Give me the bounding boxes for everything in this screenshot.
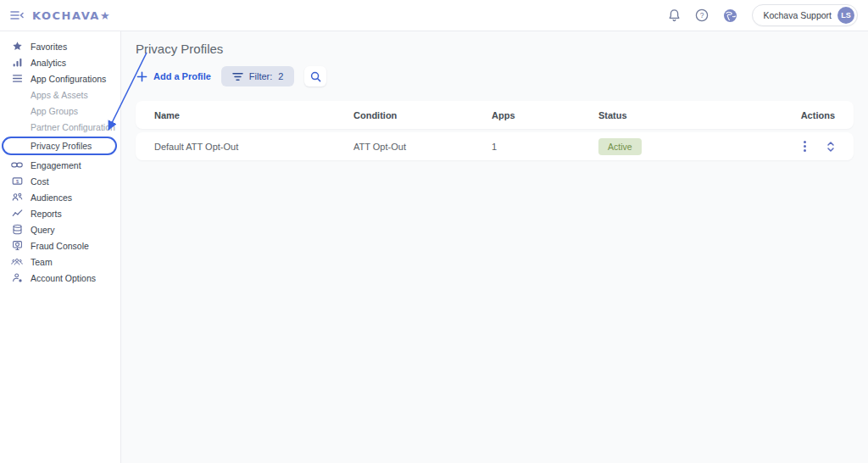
sidebar-item-app-groups[interactable]: App Groups [0,103,120,119]
sidebar-item-team[interactable]: Team [0,254,120,270]
sidebar-item-privacy-profiles[interactable]: Privacy Profiles [2,137,117,155]
add-profile-button[interactable]: Add a Profile [136,71,211,82]
search-icon [310,71,321,82]
header-actions: Actions [758,110,835,120]
header-condition: Condition [353,110,492,120]
cell-status: Active [598,138,758,155]
add-profile-label: Add a Profile [153,71,211,81]
row-expand-chevrons-icon[interactable] [826,141,835,153]
support-account-button[interactable]: Kochava Support LS [752,4,858,26]
main-content: Privacy Profiles Add a Profile Filter: 2… [121,31,868,463]
sidebar-item-label: Team [31,257,53,267]
page-title: Privacy Profiles [136,42,868,56]
table-row[interactable]: Default ATT Opt-Out ATT Opt-Out 1 Active [136,132,854,160]
sidebar-item-label: Analytics [31,58,66,68]
sidebar-item-app-configurations[interactable]: App Configurations [0,70,120,86]
sidebar-item-label: Engagement [31,160,81,170]
database-icon [11,224,23,235]
filter-button[interactable]: Filter: 2 [221,66,295,86]
sidebar-item-query[interactable]: Query [0,221,120,237]
kochava-logo[interactable]: KOCHAVA★ [32,9,111,22]
person-gear-icon [11,272,23,283]
topbar-left: KOCHAVA★ [10,9,111,22]
sidebar-item-cost[interactable]: $ Cost [0,173,120,189]
notifications-bell-icon[interactable] [668,8,681,22]
svg-text:$: $ [15,179,19,184]
sidebar-item-label: Audiences [31,192,72,203]
sidebar-item-engagement[interactable]: Engagement [0,157,120,173]
people-icon [11,192,23,203]
star-icon [11,41,23,52]
cell-condition: ATT Opt-Out [353,142,492,152]
privacy-profiles-table: Name Condition Apps Status Actions Defau… [136,101,854,160]
sidebar-item-label: Reports [31,209,62,219]
sidebar-item-label: App Configurations [31,74,106,84]
sidebar-item-label: Account Options [31,273,96,283]
help-icon[interactable]: ? [695,8,709,22]
filter-icon [232,72,243,81]
sidebar-item-label: App Groups [31,106,78,116]
filter-count: 2 [278,71,283,81]
dollar-icon: $ [11,176,23,187]
sidebar-item-label: Apps & Assets [31,90,88,100]
row-menu-kebab-icon[interactable] [802,139,808,153]
table-header-row: Name Condition Apps Status Actions [136,101,854,129]
avatar[interactable]: LS [837,7,854,24]
sidebar-item-account-options[interactable]: Account Options [0,270,120,286]
plus-icon [136,71,147,82]
header-name: Name [154,110,353,120]
team-icon [11,256,23,267]
status-badge: Active [598,138,642,155]
topbar-right: ? Kochava Support LS [668,4,858,26]
cell-actions [758,139,835,153]
sidebar-collapse-icon[interactable] [10,9,24,21]
bar-chart-icon [11,57,23,68]
sidebar-item-partner-configuration[interactable]: Partner Configuration [0,119,120,135]
sidebar-item-label: Partner Configuration [31,122,115,132]
cell-apps: 1 [492,142,598,152]
search-button[interactable] [304,66,326,86]
sidebar-item-favorites[interactable]: Favorites [0,38,120,54]
sidebar-item-label: Query [31,225,55,235]
header-apps: Apps [492,110,598,120]
sidebar: Favorites Analytics App Configurations A… [0,31,121,463]
sidebar-item-apps-assets[interactable]: Apps & Assets [0,86,120,103]
sidebar-item-fraud-console[interactable]: Fraud Console [0,237,120,254]
link-icon [11,159,23,170]
list-icon [11,73,23,84]
sidebar-item-analytics[interactable]: Analytics [0,54,120,70]
sidebar-item-label: Favorites [31,42,67,52]
support-label: Kochava Support [763,10,832,20]
header-status: Status [598,110,758,120]
topbar: KOCHAVA★ ? Kochava Support LS [0,0,868,31]
toolbar: Add a Profile Filter: 2 [136,66,868,86]
line-chart-icon [11,208,23,219]
sidebar-item-label: Privacy Profiles [31,141,92,151]
cell-name: Default ATT Opt-Out [154,142,353,152]
filter-label: Filter: [249,71,273,81]
svg-text:?: ? [700,11,704,20]
monitor-shield-icon [11,240,23,251]
globe-language-icon[interactable] [723,8,737,23]
sidebar-item-label: Cost [31,176,49,187]
sidebar-item-audiences[interactable]: Audiences [0,189,120,205]
sidebar-item-label: Fraud Console [31,241,89,251]
sidebar-item-reports[interactable]: Reports [0,205,120,221]
